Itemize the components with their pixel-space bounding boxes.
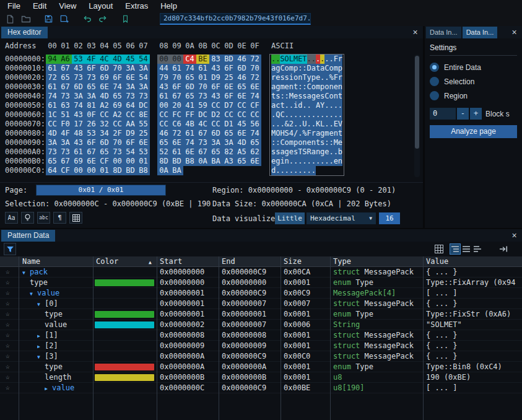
hex-byte[interactable]: CF [59,166,72,175]
hex-byte[interactable]: 00 [85,166,98,175]
hex-byte[interactable]: 67 [196,147,209,157]
hex-byte[interactable]: 4D [235,138,248,147]
hex-byte[interactable]: B8 [137,166,150,175]
hex-byte[interactable]: 54 [124,147,137,157]
favorite-star-icon[interactable]: ☆ [6,288,10,298]
hex-byte[interactable]: CC [157,110,170,120]
hex-byte[interactable]: 6D [209,129,222,138]
flat-view-icon[interactable] [472,243,483,255]
ascii-char[interactable]: a [311,64,316,73]
ascii-char[interactable]: . [329,157,333,166]
hex-byte[interactable]: 74 [248,92,261,101]
hex-byte[interactable]: 67 [59,157,72,166]
ascii-char[interactable]: s [294,147,298,157]
ascii-char[interactable]: i [294,101,298,110]
hex-byte[interactable]: 34 [98,129,111,138]
hex-byte[interactable]: 4D [98,92,111,101]
hex-byte[interactable]: 6F [85,64,98,73]
ascii-char[interactable]: K [316,120,320,129]
hex-byte[interactable]: BE [196,55,209,64]
hex-byte[interactable]: DC [196,110,209,120]
ascii-char[interactable]: . [302,110,307,120]
ascii-char[interactable]: % [329,73,333,82]
hex-byte[interactable]: 69 [98,73,111,82]
hex-byte[interactable]: DC [137,101,150,110]
hex-byte[interactable]: 65 [235,82,248,92]
ascii-char[interactable]: T [302,73,307,82]
ascii-char[interactable]: L [289,55,294,64]
ascii-char[interactable]: a [271,64,276,73]
ascii-char[interactable]: : [302,64,307,73]
color-swatch[interactable] [95,279,154,286]
hex-byte[interactable]: 32 [98,120,111,129]
hex-byte[interactable]: 70 [170,73,183,82]
ascii-char[interactable]: . [307,110,311,120]
new-file-icon[interactable] [5,14,15,24]
ascii-char[interactable]: a [271,101,276,110]
ascii-char[interactable]: e [334,157,338,166]
ascii-char[interactable]: t [271,92,276,101]
ascii-char[interactable]: p [320,82,324,92]
hex-byte[interactable]: 6E [183,147,196,157]
hex-byte[interactable]: D9 [124,129,137,138]
hex-byte[interactable]: C4 [183,55,196,64]
hex-byte[interactable]: 74 [72,101,85,110]
ascii-char[interactable]: i [289,73,294,82]
ascii-char[interactable]: . [280,120,284,129]
hex-byte[interactable]: 6F [124,138,137,147]
ascii-char[interactable]: . [329,147,333,157]
hex-byte[interactable]: 8D [157,157,170,166]
ascii-char[interactable]: s [276,92,280,101]
tree-expanded-icon[interactable]: ▼ [37,352,45,362]
hex-byte[interactable]: CF [98,157,111,166]
tree-collapsed-icon[interactable]: ▶ [37,342,45,352]
ascii-char[interactable]: t [316,138,320,147]
ascii-char[interactable]: n [334,129,338,138]
menu-extras[interactable]: Extras [119,0,154,12]
ascii-char[interactable]: d [271,166,276,175]
hex-byte[interactable]: D2 [209,110,222,120]
close-icon[interactable]: × [510,28,519,37]
hex-byte[interactable]: 25 [222,73,235,82]
ascii-char[interactable]: g [276,82,280,92]
column-header-color[interactable]: Color [96,256,118,267]
ascii-char[interactable]: . [320,157,324,166]
ascii-char[interactable]: S [302,147,307,157]
ascii-char[interactable]: e [334,82,338,92]
pattern-row[interactable]: ☆▼pack0x000000000x000000C90x00CAstruct M… [0,267,522,278]
hex-byte[interactable]: 3A [59,138,72,147]
ascii-char[interactable]: s [285,73,289,82]
ascii-char[interactable]: a [307,92,311,101]
ascii-char[interactable]: g [276,64,280,73]
hex-byte[interactable]: 61 [183,129,196,138]
close-icon[interactable]: × [411,28,420,37]
hex-byte[interactable]: 67 [59,64,72,73]
hex-byte[interactable]: 0A [196,157,209,166]
tab-hex-editor[interactable]: Hex editor [1,27,48,38]
ascii-char[interactable]: . [329,120,333,129]
color-swatch[interactable] [95,364,154,370]
pattern-row[interactable]: ☆▼[0]0x000000010x000000070x0007struct Me… [0,299,522,309]
ascii-char[interactable]: o [285,64,289,73]
hex-byte[interactable]: 65 [248,138,261,147]
ascii-char[interactable]: C [324,64,329,73]
hex-byte[interactable]: 41 [183,101,196,110]
ascii-char[interactable]: g [285,147,289,157]
ascii-char[interactable]: F [334,73,338,82]
hex-byte[interactable]: 61 [46,101,59,110]
hex-byte[interactable]: 83 [209,55,222,64]
list-view-icon[interactable] [461,243,472,255]
hex-byte[interactable]: CC [124,110,137,120]
ascii-char[interactable]: . [294,120,298,129]
ascii-char[interactable]: . [334,101,338,110]
hex-byte[interactable]: 65 [59,73,72,82]
ascii-char[interactable]: . [329,110,333,120]
ascii-char[interactable]: n [285,157,289,166]
ascii-char[interactable]: . [307,55,311,64]
hex-byte[interactable]: 70 [111,138,124,147]
ascii-char[interactable]: C [280,110,284,120]
ascii-char[interactable]: n [338,157,342,166]
ascii-char[interactable]: T [302,55,307,64]
ascii-char[interactable]: e [329,129,333,138]
hex-byte[interactable]: 81 [85,101,98,110]
